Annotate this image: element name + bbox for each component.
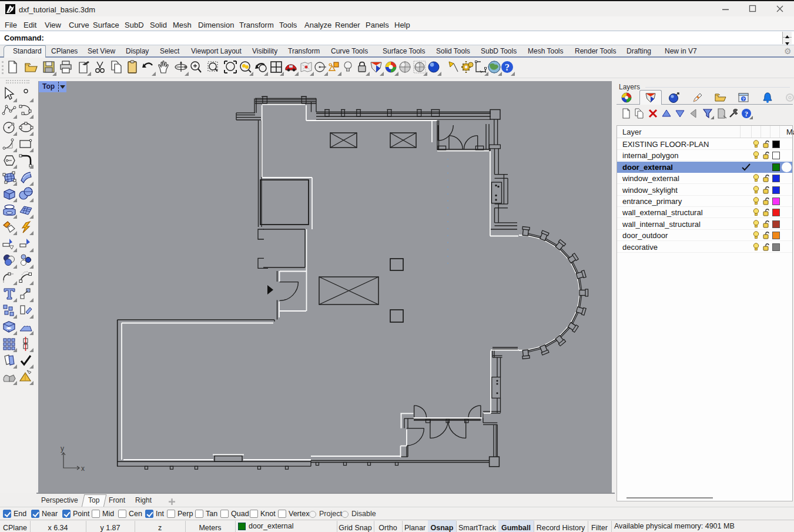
svg-text:?: ?	[745, 110, 748, 118]
svg-text:?: ?	[505, 62, 510, 72]
svg-text:y: y	[61, 444, 64, 453]
svg-text:?: ?	[742, 96, 745, 102]
svg-text:x: x	[81, 464, 85, 473]
